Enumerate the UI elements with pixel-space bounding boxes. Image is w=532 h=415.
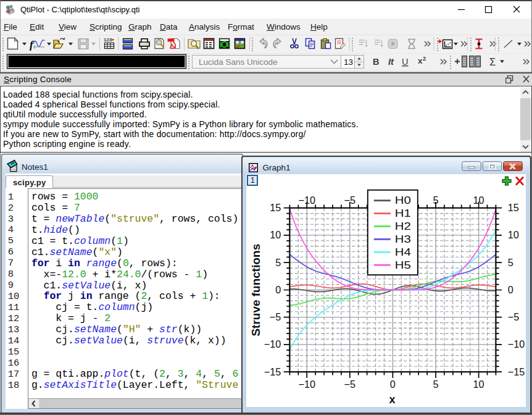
svg-text:−10: −10 (299, 195, 315, 206)
svg-text:2: 2 (423, 55, 426, 62)
svg-text:0: 0 (508, 284, 513, 295)
svg-text:−5: −5 (344, 379, 355, 390)
svg-text:−10: −10 (299, 379, 315, 390)
svg-text:−5: −5 (270, 311, 281, 322)
svg-text:Struve functions: Struve functions (249, 244, 262, 337)
svg-text:−15: −15 (508, 366, 525, 377)
svg-text:H3: H3 (395, 233, 411, 245)
svg-text:13: 13 (344, 57, 353, 67)
svg-text:H1: H1 (395, 208, 411, 220)
svg-text:10: 10 (473, 195, 484, 206)
svg-text:H5: H5 (395, 259, 411, 271)
svg-text:0: 0 (390, 379, 396, 390)
svg-text:Lucida Sans Unicode: Lucida Sans Unicode (199, 57, 278, 67)
svg-text:−10: −10 (264, 339, 281, 350)
svg-text:15: 15 (270, 202, 281, 213)
svg-text:0: 0 (275, 284, 281, 295)
svg-text:−10: −10 (508, 339, 525, 350)
svg-text:x: x (389, 393, 396, 406)
svg-text:H0: H0 (395, 195, 411, 207)
svg-text:H4: H4 (395, 246, 411, 258)
svg-text:−5: −5 (508, 311, 519, 322)
svg-text:H2: H2 (395, 221, 411, 233)
svg-text:15: 15 (508, 202, 519, 213)
svg-text:10: 10 (473, 379, 484, 390)
svg-text:10: 10 (508, 230, 519, 241)
svg-text:5: 5 (508, 257, 513, 268)
svg-text:−5: −5 (344, 195, 355, 206)
svg-text:Σ: Σ (489, 56, 496, 67)
svg-text:x: x (418, 56, 423, 65)
svg-text:f: f (30, 39, 35, 51)
svg-text:10: 10 (270, 230, 281, 241)
svg-text:−15: −15 (264, 366, 281, 377)
svg-text:It: It (388, 57, 394, 67)
svg-text:5: 5 (433, 195, 439, 206)
svg-text:123: 123 (104, 37, 112, 43)
svg-text:B: B (373, 57, 379, 67)
svg-text:5: 5 (433, 379, 439, 390)
svg-text:U: U (402, 57, 408, 67)
svg-text:5: 5 (275, 257, 281, 268)
